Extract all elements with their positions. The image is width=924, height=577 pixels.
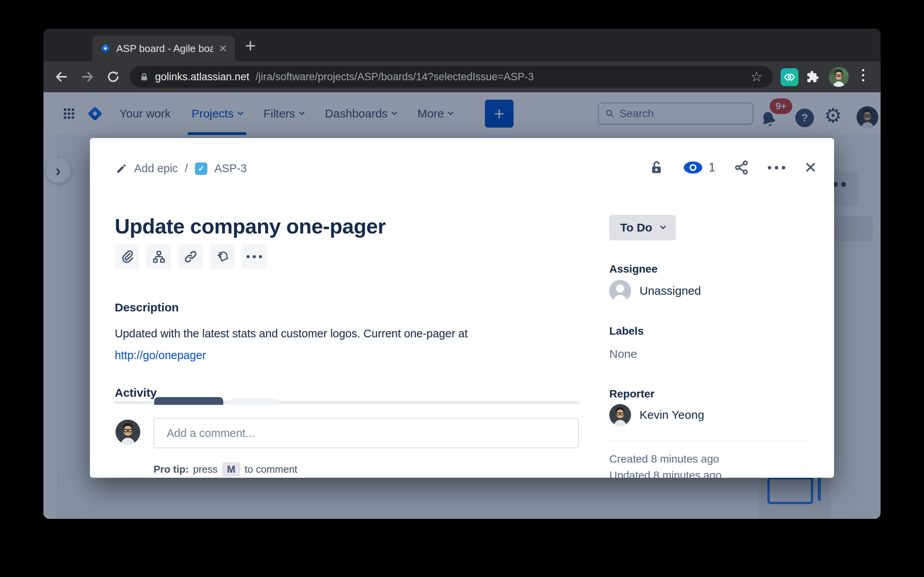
more-actions-icon[interactable] xyxy=(768,166,785,169)
share-icon[interactable] xyxy=(734,160,749,175)
browser-toolbar: golinks.atlassian.net /jira/software/pro… xyxy=(43,61,881,92)
issue-detail-modal: Add epic / ✓ ASP-3 1 xyxy=(90,138,834,478)
watchers-control[interactable]: 1 xyxy=(683,161,715,174)
unassigned-avatar-icon xyxy=(609,280,631,302)
pro-tip: Pro tip: press M to comment xyxy=(153,462,297,477)
add-app-button[interactable] xyxy=(210,244,235,269)
watchers-count: 1 xyxy=(709,161,715,174)
assignee-label: Assignee xyxy=(609,263,658,275)
ellipsis-icon xyxy=(247,255,262,258)
browser-tab[interactable]: ASP board - Agile board - Jira ✕ xyxy=(92,36,235,61)
unlock-icon[interactable] xyxy=(649,160,664,175)
url-bar[interactable]: golinks.atlassian.net /jira/software/pro… xyxy=(129,66,773,88)
description-link[interactable]: http://go/onepager xyxy=(115,349,206,362)
https-lock-icon xyxy=(140,72,149,81)
status-value: To Do xyxy=(620,221,652,234)
description-heading: Description xyxy=(115,301,179,314)
current-user-avatar xyxy=(116,420,140,444)
issue-title[interactable]: Update company one-pager xyxy=(115,214,386,238)
quickadd-more-button[interactable] xyxy=(242,244,267,269)
link-icon xyxy=(184,250,198,264)
labels-value[interactable]: None xyxy=(609,347,637,361)
golinks-extension-icon[interactable] xyxy=(781,68,798,86)
assignee-value: Unassigned xyxy=(640,284,701,297)
status-dropdown[interactable]: To Do xyxy=(609,215,676,240)
browser-titlebar: ASP board - Agile board - Jira ✕ + xyxy=(43,29,881,61)
reporter-label: Reporter xyxy=(609,388,655,400)
add-child-issue-button[interactable] xyxy=(147,244,171,269)
edit-pencil-icon xyxy=(116,163,127,174)
jira-app: Your work Projects Filters Dashboards Mo… xyxy=(43,92,881,519)
activity-tab[interactable] xyxy=(229,399,279,405)
breadcrumb: Add epic / ✓ ASP-3 xyxy=(116,162,247,175)
labels-label: Labels xyxy=(609,325,644,337)
updated-timestamp: Updated 8 minutes ago xyxy=(609,469,722,478)
browser-window: ASP board - Agile board - Jira ✕ + golin… xyxy=(43,29,881,519)
tab-close-icon[interactable]: ✕ xyxy=(219,43,227,54)
activity-heading: Activity xyxy=(115,386,157,399)
url-path: /jira/software/projects/ASP/boards/14?se… xyxy=(255,71,744,83)
pro-tip-rest: to comment xyxy=(245,463,297,475)
assignee-field[interactable]: Unassigned xyxy=(609,280,701,302)
tab-title: ASP board - Agile board - Jira xyxy=(116,43,213,55)
description-text[interactable]: Updated with the latest stats and custom… xyxy=(115,327,564,340)
reporter-value: Kevin Yeong xyxy=(640,408,704,422)
pro-tip-label: Pro tip: xyxy=(153,463,189,475)
breadcrumb-issue-key[interactable]: ASP-3 xyxy=(214,162,247,175)
reporter-field[interactable]: Kevin Yeong xyxy=(609,404,704,426)
browser-profile-avatar[interactable] xyxy=(829,67,849,87)
task-type-icon[interactable]: ✓ xyxy=(195,162,207,175)
attach-button[interactable] xyxy=(115,244,140,269)
extensions-puzzle-icon[interactable] xyxy=(805,69,821,85)
created-timestamp: Created 8 minutes ago xyxy=(609,453,719,465)
keyboard-key-m: M xyxy=(222,462,241,477)
pro-tip-press: press xyxy=(193,463,218,475)
activity-tab-selected[interactable] xyxy=(154,397,223,405)
breadcrumb-separator: / xyxy=(185,162,188,175)
details-divider xyxy=(606,441,810,441)
new-tab-button[interactable]: + xyxy=(245,35,256,56)
jira-favicon-icon xyxy=(100,43,111,54)
close-modal-icon[interactable]: ✕ xyxy=(804,160,817,175)
browser-menu-icon[interactable] xyxy=(862,69,864,81)
url-host: golinks.atlassian.net xyxy=(155,71,249,83)
paperclip-icon xyxy=(120,250,134,264)
reload-icon[interactable] xyxy=(106,70,120,84)
back-icon[interactable] xyxy=(54,70,68,84)
comment-input[interactable] xyxy=(153,418,579,448)
hierarchy-icon xyxy=(152,250,166,264)
chevron-down-icon xyxy=(660,223,666,229)
reporter-avatar xyxy=(609,404,631,426)
app-bell-icon xyxy=(215,250,229,264)
breadcrumb-add-epic[interactable]: Add epic xyxy=(134,162,178,175)
forward-icon[interactable] xyxy=(81,70,95,84)
watch-eye-icon xyxy=(683,161,703,174)
bookmark-star-icon[interactable]: ☆ xyxy=(750,69,763,85)
link-issue-button[interactable] xyxy=(178,244,203,269)
